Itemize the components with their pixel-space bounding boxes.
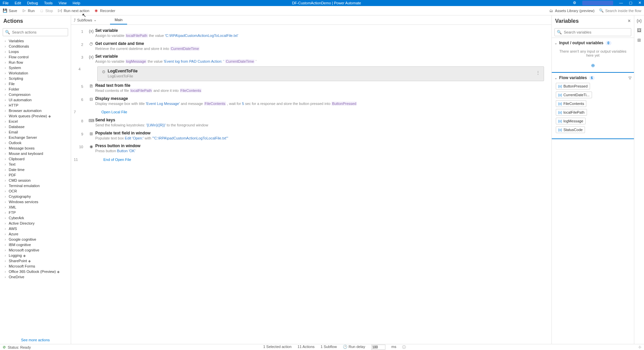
action-category[interactable]: Email (0, 129, 71, 135)
action-category[interactable]: CyberArk (0, 215, 71, 221)
menu-tools[interactable]: Tools (44, 1, 53, 5)
tab-main[interactable]: Main (110, 16, 127, 24)
action-category[interactable]: Message boxes (0, 145, 71, 151)
variable-chip[interactable]: (x) CurrentDateTi... (556, 92, 592, 98)
variables-search[interactable]: 🔍 (554, 28, 631, 36)
action-category[interactable]: Variables (0, 38, 71, 44)
actions-tree[interactable]: VariablesConditionalsLoopsFlow controlRu… (0, 38, 71, 336)
action-category[interactable]: OneDrive (0, 274, 71, 280)
io-variables-header[interactable]: ⌄ Input / output variables 0 (554, 41, 631, 45)
minimize-button[interactable]: — (619, 1, 623, 5)
action-category[interactable]: Windows services (0, 199, 71, 205)
flow-steps[interactable]: 1(x)Set variableAssign to variable local… (71, 25, 551, 344)
action-category[interactable]: Microsoft Forms (0, 264, 71, 269)
action-category[interactable]: Google cognitive (0, 237, 71, 242)
flow-step[interactable]: 6⊟Display messageDisplay message box wit… (71, 95, 551, 108)
action-category[interactable]: Office 365 Outlook (Preview) ◆ (0, 269, 71, 274)
close-variables-panel[interactable]: × (628, 18, 631, 23)
flow-variables-header[interactable]: ⌄ Flow variables 6 ▽ (554, 75, 631, 80)
flow-step[interactable]: 5🖹Read text from fileRead contents of fi… (71, 82, 551, 95)
screenshot-icon[interactable]: ⊹ (638, 345, 641, 349)
variables-search-input[interactable] (564, 30, 629, 34)
action-category[interactable]: SharePoint ◆ (0, 258, 71, 264)
step-more-icon[interactable]: ⋮ (534, 69, 542, 77)
action-category[interactable]: IBM cognitive (0, 242, 71, 247)
see-more-actions[interactable]: See more actions (0, 336, 71, 344)
actions-search-input[interactable] (12, 30, 66, 34)
action-category[interactable]: Text (0, 162, 71, 167)
action-category[interactable]: Outlook (0, 140, 71, 145)
actions-search[interactable]: 🔍 (3, 28, 68, 36)
search-flow-input[interactable]: 🔍Search inside the flow (599, 8, 641, 13)
flow-step[interactable]: 8⌨Send keysSend the following keystrokes… (71, 116, 551, 129)
maximize-button[interactable]: ▢ (629, 1, 632, 5)
info-icon[interactable]: ⓘ (402, 345, 406, 350)
action-category[interactable]: Active Directory (0, 221, 71, 226)
assets-library-button[interactable]: 🗂Assets Library (preview) (549, 8, 594, 13)
action-category[interactable]: System (0, 65, 71, 70)
menu-file[interactable]: File (3, 1, 9, 5)
ui-elements-rail-icon[interactable]: ⊞ (637, 38, 641, 43)
save-button[interactable]: 💾Save (3, 8, 17, 13)
stop-button[interactable]: □Stop (39, 8, 53, 13)
action-category[interactable]: Clipboard (0, 156, 71, 162)
action-category[interactable]: Scripting (0, 76, 71, 81)
run-delay-input[interactable] (371, 345, 385, 350)
action-category[interactable]: Compression (0, 92, 71, 97)
variables-rail-icon[interactable]: {x} (637, 18, 642, 23)
action-category[interactable]: Microsoft cognitive (0, 247, 71, 253)
menu-view[interactable]: View (59, 1, 67, 5)
action-category[interactable]: Date time (0, 167, 71, 172)
close-button[interactable]: ✕ (638, 1, 641, 5)
menu-edit[interactable]: Edit (15, 1, 21, 5)
flow-step[interactable]: 1(x)Set variableAssign to variable local… (71, 27, 551, 40)
region-label[interactable]: Open Local File (80, 110, 127, 114)
action-category[interactable]: CMD session (0, 178, 71, 183)
action-category[interactable]: Browser automation (0, 108, 71, 113)
action-category[interactable]: Run flow (0, 60, 71, 65)
action-category[interactable]: Mouse and keyboard (0, 151, 71, 156)
action-category[interactable]: Loops (0, 49, 71, 54)
action-category[interactable]: Cryptography (0, 194, 71, 199)
images-rail-icon[interactable]: 🖼 (637, 28, 641, 33)
action-category[interactable]: PDF (0, 172, 71, 178)
subflows-dropdown[interactable]: ⤴Subflows⌄ (74, 18, 97, 22)
run-next-button[interactable]: ▷|Run next action (58, 8, 89, 13)
action-category[interactable]: Flow control (0, 54, 71, 60)
action-category[interactable]: Terminal emulation (0, 183, 71, 188)
action-category[interactable]: Database (0, 124, 71, 129)
action-category[interactable]: Exchange Server (0, 135, 71, 140)
menu-debug[interactable]: Debug (27, 1, 38, 5)
action-category[interactable]: Work queues (Preview) ◆ (0, 113, 71, 119)
action-category[interactable]: Workstation (0, 70, 71, 76)
action-category[interactable]: XML (0, 205, 71, 210)
action-category[interactable]: Logging ◆ (0, 253, 71, 258)
action-category[interactable]: Excel (0, 119, 71, 124)
menu-help[interactable]: Help (72, 1, 80, 5)
action-category[interactable]: UI automation (0, 97, 71, 103)
action-category[interactable]: Folder (0, 86, 71, 92)
variable-chip[interactable]: (x) FileContents (556, 100, 586, 107)
flow-step[interactable]: 2⏱Get current date and timeRetrieve the … (71, 40, 551, 53)
flow-step[interactable]: ⊙LogEventToFileLogEventToFile⋮ (97, 66, 544, 81)
flow-step[interactable]: 9⊞Populate text field in windowPopulate … (71, 129, 551, 142)
action-category[interactable]: Azure (0, 231, 71, 237)
filter-icon[interactable]: ▽ (629, 76, 631, 80)
variable-chip[interactable]: (x) ButtonPressed (556, 83, 590, 90)
variable-chip[interactable]: (x) logMessage (556, 118, 586, 124)
flow-step[interactable]: 3(x)Set variableAssign to variable logMe… (71, 53, 551, 66)
flow-step[interactable]: 10◉Press button in windowPress button Bu… (71, 142, 551, 155)
action-category[interactable]: File (0, 81, 71, 86)
action-category[interactable]: OCR (0, 188, 71, 194)
user-badge[interactable] (582, 1, 613, 5)
add-io-variable[interactable]: ⊕ (554, 61, 631, 69)
action-category[interactable]: AWS (0, 226, 71, 231)
run-button[interactable]: ▷Run (22, 8, 35, 13)
recorder-button[interactable]: ◉Recorder (94, 8, 115, 13)
action-category[interactable]: Conditionals (0, 44, 71, 49)
action-category[interactable]: HTTP (0, 103, 71, 108)
variable-chip[interactable]: (x) StatusCode (556, 126, 585, 133)
action-category[interactable]: FTP (0, 210, 71, 215)
region-label[interactable]: End of Open File (82, 158, 131, 162)
variable-chip[interactable]: (x) localFilePath (556, 109, 587, 116)
